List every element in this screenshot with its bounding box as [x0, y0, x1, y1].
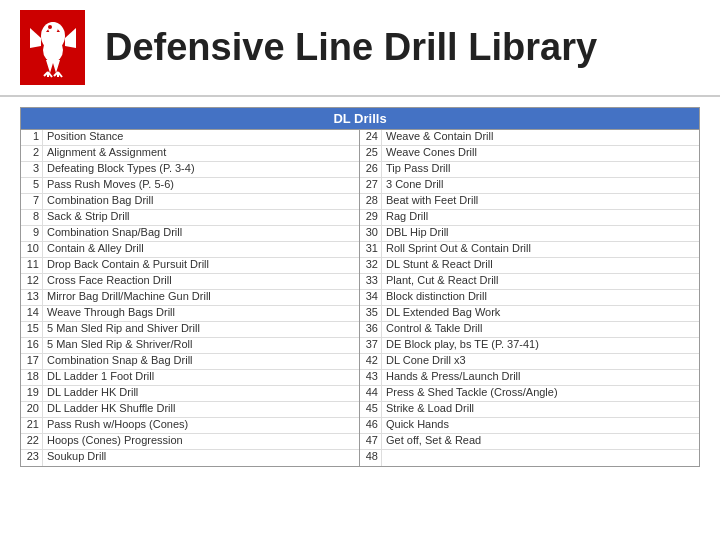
drill-name: Sack & Strip Drill: [43, 210, 359, 225]
drill-number: 14: [21, 306, 43, 321]
drill-name: Combination Bag Drill: [43, 194, 359, 209]
table-row: 42DL Cone Drill x3: [360, 354, 699, 370]
table-row: 1Position Stance: [21, 130, 359, 146]
drill-name: Soukup Drill: [43, 450, 359, 466]
table-row: 11Drop Back Contain & Pursuit Drill: [21, 258, 359, 274]
content: DL Drills 1Position Stance2Alignment & A…: [0, 97, 720, 477]
col-left: 1Position Stance2Alignment & Assignment3…: [21, 130, 360, 466]
svg-point-7: [43, 38, 63, 62]
drill-name: Strike & Load Drill: [382, 402, 699, 417]
table-row: 18DL Ladder 1 Foot Drill: [21, 370, 359, 386]
drill-number: 3: [21, 162, 43, 177]
table-row: 21Pass Rush w/Hoops (Cones): [21, 418, 359, 434]
drill-name: Weave Cones Drill: [382, 146, 699, 161]
table-row: 13Mirror Bag Drill/Machine Gun Drill: [21, 290, 359, 306]
drill-number: 42: [360, 354, 382, 369]
drill-name: [382, 450, 699, 466]
table-row: 14Weave Through Bags Drill: [21, 306, 359, 322]
table-row: 26Tip Pass Drill: [360, 162, 699, 178]
table-row: 48: [360, 450, 699, 466]
table-row: 7Combination Bag Drill: [21, 194, 359, 210]
drill-number: 31: [360, 242, 382, 257]
table-body: 1Position Stance2Alignment & Assignment3…: [21, 130, 699, 466]
drill-number: 10: [21, 242, 43, 257]
table-row: 30DBL Hip Drill: [360, 226, 699, 242]
drill-number: 36: [360, 322, 382, 337]
eagle-icon: [28, 18, 78, 78]
drill-name: DL Ladder HK Shuffle Drill: [43, 402, 359, 417]
drill-number: 11: [21, 258, 43, 273]
drill-number: 34: [360, 290, 382, 305]
table-header: DL Drills: [21, 108, 699, 130]
drill-number: 28: [360, 194, 382, 209]
table-row: 44Press & Shed Tackle (Cross/Angle): [360, 386, 699, 402]
drill-name: DL Cone Drill x3: [382, 354, 699, 369]
table-row: 3Defeating Block Types (P. 3-4): [21, 162, 359, 178]
drill-name: Rag Drill: [382, 210, 699, 225]
drill-name: Tip Pass Drill: [382, 162, 699, 177]
drill-name: Drop Back Contain & Pursuit Drill: [43, 258, 359, 273]
table-row: 35DL Extended Bag Work: [360, 306, 699, 322]
drill-table: DL Drills 1Position Stance2Alignment & A…: [20, 107, 700, 467]
table-row: 20DL Ladder HK Shuffle Drill: [21, 402, 359, 418]
drill-name: Pass Rush w/Hoops (Cones): [43, 418, 359, 433]
logo: [20, 10, 85, 85]
drill-number: 8: [21, 210, 43, 225]
table-row: 5Pass Rush Moves (P. 5-6): [21, 178, 359, 194]
drill-number: 26: [360, 162, 382, 177]
table-row: 28Beat with Feet Drill: [360, 194, 699, 210]
drill-name: DE Block play, bs TE (P. 37-41): [382, 338, 699, 353]
drill-number: 27: [360, 178, 382, 193]
table-row: 34Block distinction Drill: [360, 290, 699, 306]
drill-name: DL Stunt & React Drill: [382, 258, 699, 273]
drill-name: Mirror Bag Drill/Machine Gun Drill: [43, 290, 359, 305]
drill-number: 12: [21, 274, 43, 289]
drill-name: Alignment & Assignment: [43, 146, 359, 161]
svg-marker-6: [65, 28, 76, 48]
drill-name: Beat with Feet Drill: [382, 194, 699, 209]
drill-number: 48: [360, 450, 382, 466]
drill-number: 9: [21, 226, 43, 241]
drill-name: Pass Rush Moves (P. 5-6): [43, 178, 359, 193]
drill-number: 30: [360, 226, 382, 241]
drill-name: Plant, Cut & React Drill: [382, 274, 699, 289]
page-title: Defensive Line Drill Library: [105, 26, 597, 69]
drill-number: 15: [21, 322, 43, 337]
drill-number: 25: [360, 146, 382, 161]
svg-point-3: [48, 25, 52, 29]
drill-number: 2: [21, 146, 43, 161]
drill-name: 5 Man Sled Rip and Shiver Drill: [43, 322, 359, 337]
drill-name: Block distinction Drill: [382, 290, 699, 305]
col-right: 24Weave & Contain Drill25Weave Cones Dri…: [360, 130, 699, 466]
drill-name: DL Ladder HK Drill: [43, 386, 359, 401]
drill-number: 18: [21, 370, 43, 385]
drill-number: 19: [21, 386, 43, 401]
table-row: 22Hoops (Cones) Progression: [21, 434, 359, 450]
drill-number: 46: [360, 418, 382, 433]
drill-number: 13: [21, 290, 43, 305]
table-row: 45Strike & Load Drill: [360, 402, 699, 418]
table-row: 2Alignment & Assignment: [21, 146, 359, 162]
drill-number: 20: [21, 402, 43, 417]
drill-number: 43: [360, 370, 382, 385]
svg-marker-5: [30, 28, 41, 48]
drill-number: 47: [360, 434, 382, 449]
drill-name: Weave Through Bags Drill: [43, 306, 359, 321]
table-row: 9Combination Snap/Bag Drill: [21, 226, 359, 242]
drill-number: 23: [21, 450, 43, 466]
drill-number: 17: [21, 354, 43, 369]
table-row: 155 Man Sled Rip and Shiver Drill: [21, 322, 359, 338]
drill-name: 5 Man Sled Rip & Shriver/Roll: [43, 338, 359, 353]
drill-name: Position Stance: [43, 130, 359, 145]
drill-number: 37: [360, 338, 382, 353]
table-row: 17Combination Snap & Bag Drill: [21, 354, 359, 370]
table-row: 24Weave & Contain Drill: [360, 130, 699, 146]
drill-name: Control & Takle Drill: [382, 322, 699, 337]
drill-name: Get off, Set & Read: [382, 434, 699, 449]
drill-name: Combination Snap & Bag Drill: [43, 354, 359, 369]
table-row: 47Get off, Set & Read: [360, 434, 699, 450]
table-row: 273 Cone Drill: [360, 178, 699, 194]
drill-number: 45: [360, 402, 382, 417]
drill-number: 7: [21, 194, 43, 209]
table-row: 36Control & Takle Drill: [360, 322, 699, 338]
